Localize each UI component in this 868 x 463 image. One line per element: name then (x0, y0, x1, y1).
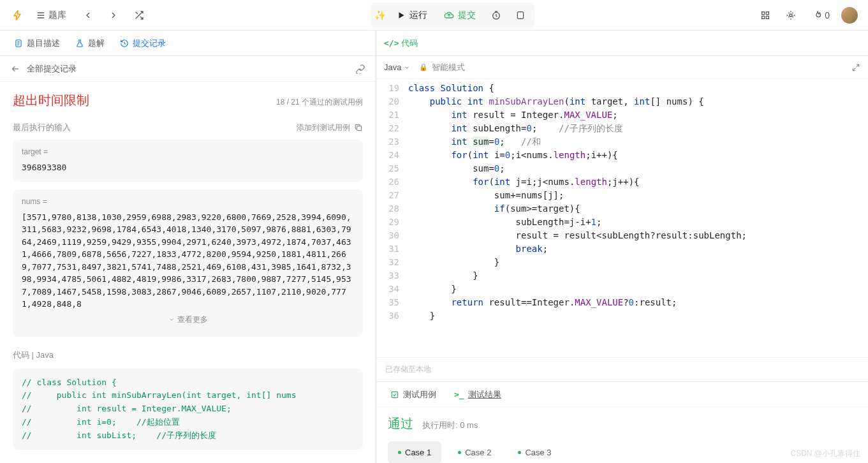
line-number: 19 (376, 82, 408, 95)
editor-line[interactable]: 24 for(int i=0;i<nums.length;i++){ (376, 149, 868, 162)
prev-button[interactable] (78, 5, 98, 26)
line-code[interactable]: sum+=nums[j]; (408, 189, 868, 202)
shuffle-button[interactable] (129, 5, 149, 26)
line-code[interactable]: } (408, 256, 868, 269)
tab-history[interactable]: 提交记录 (114, 33, 172, 54)
add-testcase-label: 添加到测试用例 (297, 122, 350, 133)
logo[interactable] (10, 8, 24, 22)
line-code[interactable]: int subLength=0; //子序列的长度 (408, 122, 868, 135)
all-submissions-label[interactable]: 全部提交记录 (27, 63, 349, 75)
status-sub: 18 / 21 个通过的测试用例 (276, 97, 363, 108)
line-code[interactable]: class Solution { (408, 82, 868, 95)
lang-bar: Java 🔒 智能模式 (376, 56, 868, 79)
chevron-right-icon (108, 10, 119, 20)
editor-line[interactable]: 25 sum=0; (376, 162, 868, 175)
editor-line[interactable]: 22 int subLength=0; //子序列的长度 (376, 122, 868, 135)
settings-button[interactable] (781, 5, 801, 26)
smart-mode[interactable]: 🔒 智能模式 (419, 62, 465, 73)
timer-button[interactable] (486, 5, 506, 26)
next-button[interactable] (103, 5, 124, 26)
tab-description[interactable]: 题目描述 (8, 33, 66, 54)
run-button[interactable]: 运行 (390, 6, 434, 25)
doc-icon (14, 39, 23, 48)
editor-line[interactable]: 21 int result = Integer.MAX_VALUE; (376, 108, 868, 122)
code-section-label: 代码 | Java (13, 349, 363, 361)
editor-line[interactable]: 19class Solution { (376, 82, 868, 95)
language-select[interactable]: Java (384, 62, 410, 72)
line-code[interactable]: } (408, 309, 868, 323)
line-code[interactable]: break; (408, 242, 868, 256)
see-more-button[interactable]: 查看更多 (22, 311, 354, 329)
line-number: 35 (376, 296, 408, 309)
layout-button[interactable] (755, 5, 776, 26)
line-code[interactable]: if(sum>=target){ (408, 202, 868, 216)
line-code[interactable]: public int minSubArrayLen(int target, in… (408, 95, 868, 108)
editor-line[interactable]: 31 break; (376, 242, 868, 256)
svg-rect-1 (517, 11, 523, 18)
svg-rect-9 (392, 392, 397, 397)
case-2-button[interactable]: Case 2 (448, 441, 501, 463)
add-testcase-button[interactable]: 添加到测试用例 (297, 122, 363, 133)
line-code[interactable]: int result = Integer.MAX_VALUE; (408, 108, 868, 122)
clock-icon (491, 10, 501, 20)
spark-icon[interactable]: ✨ (374, 10, 386, 21)
expand-icon[interactable] (851, 63, 860, 72)
result-status: 通过 (388, 415, 413, 432)
editor-line[interactable]: 32 } (376, 256, 868, 269)
tab-solution-label: 题解 (88, 38, 105, 49)
last-input-label: 最后执行的输入 (13, 122, 71, 133)
code-icon: </> (384, 38, 399, 48)
lock-icon: 🔒 (419, 63, 428, 71)
editor-line[interactable]: 20 public int minSubArrayLen(int target,… (376, 95, 868, 108)
gear-icon (786, 10, 796, 20)
line-code[interactable]: return result==Integer.MAX_VALUE?0:resul… (408, 296, 868, 309)
code-editor[interactable]: 19class Solution {20 public int minSubAr… (376, 79, 868, 357)
topbar: 题库 ✨ 运行 提交 0 (0, 0, 868, 31)
editor-line[interactable]: 23 int sum=0; //和 (376, 135, 868, 149)
flask-icon (75, 39, 84, 48)
editor-line[interactable]: 29 subLength=j-i+1; (376, 216, 868, 229)
line-number: 20 (376, 95, 408, 108)
line-code[interactable]: int sum=0; //和 (408, 135, 868, 149)
note-button[interactable] (510, 5, 531, 26)
tab-solution[interactable]: 题解 (69, 33, 111, 54)
link-icon[interactable] (355, 64, 365, 74)
line-number: 24 (376, 149, 408, 162)
svg-point-6 (790, 14, 792, 17)
case-3-button[interactable]: Case 3 (508, 441, 561, 463)
line-number: 33 (376, 269, 408, 283)
line-code[interactable]: } (408, 283, 868, 296)
editor-line[interactable]: 36 } (376, 309, 868, 323)
code-tab[interactable]: </> 代码 (384, 38, 418, 49)
line-number: 30 (376, 229, 408, 242)
submit-button[interactable]: 提交 (438, 6, 482, 25)
editor-line[interactable]: 28 if(sum>=target){ (376, 202, 868, 216)
tab-test-result[interactable]: >_ 测试结果 (448, 385, 508, 405)
editor-line[interactable]: 34 } (376, 283, 868, 296)
code-label: 代码 (401, 38, 418, 49)
editor-line[interactable]: 30 result = result<subLength?result:subL… (376, 229, 868, 242)
back-icon[interactable] (10, 64, 20, 74)
chevron-down-icon (404, 64, 410, 71)
editor-line[interactable]: 27 sum+=nums[j]; (376, 189, 868, 202)
svg-rect-3 (767, 11, 769, 14)
note-icon (515, 10, 526, 20)
avatar[interactable] (841, 7, 858, 24)
line-code[interactable]: for(int j=i;j<nums.length;j++){ (408, 175, 868, 189)
line-code[interactable]: } (408, 269, 868, 283)
fire-button[interactable]: 0 (806, 5, 836, 26)
editor-line[interactable]: 26 for(int j=i;j<nums.length;j++){ (376, 175, 868, 189)
problems-button[interactable]: 题库 (29, 5, 73, 26)
tab-testcases[interactable]: 测试用例 (384, 385, 443, 405)
history-icon (120, 39, 129, 48)
editor-line[interactable]: 35 return result==Integer.MAX_VALUE?0:re… (376, 296, 868, 309)
editor-line[interactable]: 33 } (376, 269, 868, 283)
target-value: 396893380 (22, 161, 354, 174)
line-code[interactable]: for(int i=0;i<nums.length;i++){ (408, 149, 868, 162)
tab-history-label: 提交记录 (133, 38, 166, 49)
line-number: 29 (376, 216, 408, 229)
line-code[interactable]: subLength=j-i+1; (408, 216, 868, 229)
line-code[interactable]: result = result<subLength?result:subLeng… (408, 229, 868, 242)
case-1-button[interactable]: Case 1 (388, 441, 441, 463)
line-code[interactable]: sum=0; (408, 162, 868, 175)
